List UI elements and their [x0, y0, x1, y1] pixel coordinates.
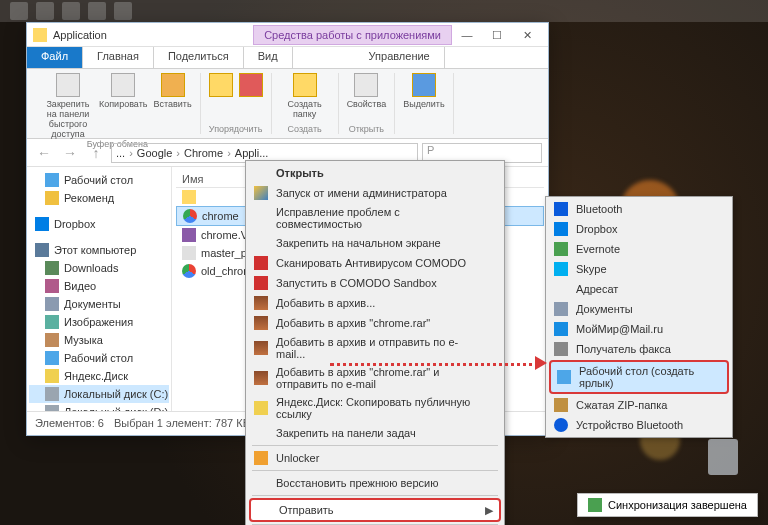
- pin-button[interactable]: Закрепить на панели быстрого доступа: [43, 73, 93, 139]
- ctx-runas[interactable]: Запуск от имени администратора: [248, 183, 502, 203]
- close-button[interactable]: ✕: [512, 25, 542, 45]
- unlocker-icon: [254, 451, 268, 465]
- sendto-documents[interactable]: Документы: [548, 299, 730, 319]
- evernote-notification[interactable]: Синхронизация завершена: [577, 493, 758, 517]
- rar-icon: [254, 296, 268, 310]
- ctx-sandbox[interactable]: Запустить в COMODO Sandbox: [248, 273, 502, 293]
- copy-button[interactable]: Копировать: [99, 73, 147, 139]
- chrome-icon: [183, 209, 197, 223]
- sidebar-yandex[interactable]: Яндекс.Диск: [29, 367, 169, 385]
- rar-icon: [254, 341, 268, 355]
- bluetooth-icon: [554, 202, 568, 216]
- dropbox-icon: [554, 222, 568, 236]
- recycle-bin-icon[interactable]: [708, 439, 738, 475]
- annotation-arrow-head: [535, 356, 547, 370]
- ctx-add-rar-email[interactable]: Добавить в архив "chrome.rar" и отправит…: [248, 363, 502, 393]
- sendto-addressee[interactable]: Адресат: [548, 279, 730, 299]
- properties-button[interactable]: Свойства: [347, 73, 387, 109]
- sendto-moimir[interactable]: МойМир@Mail.ru: [548, 319, 730, 339]
- shield-icon: [254, 186, 268, 200]
- sidebar-desktop[interactable]: Рабочий стол: [29, 171, 169, 189]
- chevron-right-icon: ▶: [485, 504, 493, 517]
- rar-icon: [254, 371, 268, 385]
- tab-file[interactable]: Файл: [27, 47, 83, 68]
- sendto-evernote[interactable]: Evernote: [548, 239, 730, 259]
- evernote-icon: [554, 242, 568, 256]
- delete-button[interactable]: [239, 73, 263, 97]
- sendto-skype[interactable]: Skype: [548, 259, 730, 279]
- ctx-pin-start[interactable]: Закрепить на начальном экране: [248, 233, 502, 253]
- sendto-bluetooth[interactable]: Bluetooth: [548, 199, 730, 219]
- ctx-add-rar[interactable]: Добавить в архив "chrome.rar": [248, 313, 502, 333]
- ctx-add-archive[interactable]: Добавить в архив...: [248, 293, 502, 313]
- taskbar-icon[interactable]: [62, 2, 80, 20]
- ctx-add-email[interactable]: Добавить в архив и отправить по e-mail..…: [248, 333, 502, 363]
- up-button[interactable]: ↑: [85, 142, 107, 164]
- ctx-send-to[interactable]: Отправить▶: [249, 498, 501, 522]
- minimize-button[interactable]: —: [452, 25, 482, 45]
- taskbar-icon[interactable]: [10, 2, 28, 20]
- select-button[interactable]: Выделить: [403, 73, 445, 109]
- new-folder-button[interactable]: Создать папку: [280, 73, 330, 119]
- move-button[interactable]: [209, 73, 233, 97]
- ctx-compat[interactable]: Исправление проблем с совместимостью: [248, 203, 502, 233]
- sidebar-documents[interactable]: Документы: [29, 295, 169, 313]
- annotation-arrow: [330, 363, 540, 366]
- sidebar-local-d[interactable]: Локальный диск (D:): [29, 403, 169, 411]
- taskbar-icon[interactable]: [88, 2, 106, 20]
- ctx-open[interactable]: Открыть: [248, 163, 502, 183]
- skype-icon: [554, 262, 568, 276]
- comodo-icon: [254, 256, 268, 270]
- evernote-icon: [588, 498, 602, 512]
- send-to-submenu: Bluetooth Dropbox Evernote Skype Адресат…: [545, 196, 733, 438]
- mail-icon: [554, 282, 568, 296]
- chrome-icon: [182, 264, 196, 278]
- sidebar-images[interactable]: Изображения: [29, 313, 169, 331]
- status-count: Элементов: 6: [35, 417, 104, 429]
- desktop-icon: [557, 370, 571, 384]
- back-button[interactable]: ←: [33, 142, 55, 164]
- context-tools-tab[interactable]: Средства работы с приложениями: [253, 25, 452, 45]
- sidebar-music[interactable]: Музыка: [29, 331, 169, 349]
- ctx-restore[interactable]: Восстановить прежнюю версию: [248, 473, 502, 493]
- tab-view[interactable]: Вид: [244, 47, 293, 68]
- tab-share[interactable]: Поделиться: [154, 47, 244, 68]
- paste-button[interactable]: Вставить: [153, 73, 191, 139]
- sendto-desktop[interactable]: Рабочий стол (создать ярлык): [549, 360, 729, 394]
- context-menu: Открыть Запуск от имени администратора И…: [245, 160, 505, 525]
- titlebar[interactable]: Application Средства работы с приложения…: [27, 23, 548, 47]
- sendto-fax[interactable]: Получатель факса: [548, 339, 730, 359]
- sidebar-this-pc[interactable]: Этот компьютер: [29, 241, 169, 259]
- tab-manage[interactable]: Управление: [355, 47, 445, 68]
- ctx-yandex[interactable]: Яндекс.Диск: Скопировать публичную ссылк…: [248, 393, 502, 423]
- sendto-zip[interactable]: Сжатая ZIP-папка: [548, 395, 730, 415]
- sendto-dropbox[interactable]: Dropbox: [548, 219, 730, 239]
- yandex-icon: [254, 401, 268, 415]
- fax-icon: [554, 342, 568, 356]
- ctx-pin-taskbar[interactable]: Закрепить на панели задач: [248, 423, 502, 443]
- documents-icon: [554, 302, 568, 316]
- ctx-unlocker[interactable]: Unlocker: [248, 448, 502, 468]
- taskbar-icon[interactable]: [114, 2, 132, 20]
- zip-icon: [554, 398, 568, 412]
- sidebar-downloads[interactable]: Downloads: [29, 259, 169, 277]
- bluetooth-icon: [554, 418, 568, 432]
- sidebar: Рабочий стол Рекоменд Dropbox Этот компь…: [27, 167, 172, 411]
- taskbar: [0, 0, 768, 22]
- folder-icon: [33, 28, 47, 42]
- maximize-button[interactable]: ☐: [482, 25, 512, 45]
- ctx-scan[interactable]: Сканировать Антивирусом COMODO: [248, 253, 502, 273]
- sidebar-dropbox[interactable]: Dropbox: [29, 215, 169, 233]
- tab-home[interactable]: Главная: [83, 47, 154, 68]
- ribbon-tabs: Файл Главная Поделиться Вид Управление: [27, 47, 548, 69]
- mailru-icon: [554, 322, 568, 336]
- sendto-bt-device[interactable]: Устройство Bluetooth: [548, 415, 730, 435]
- ribbon: Закрепить на панели быстрого доступа Коп…: [27, 69, 548, 139]
- forward-button[interactable]: →: [59, 142, 81, 164]
- sidebar-recommend[interactable]: Рекоменд: [29, 189, 169, 207]
- sidebar-desktop-2[interactable]: Рабочий стол: [29, 349, 169, 367]
- taskbar-icon[interactable]: [36, 2, 54, 20]
- sidebar-local-c[interactable]: Локальный диск (C:): [29, 385, 169, 403]
- sidebar-video[interactable]: Видео: [29, 277, 169, 295]
- status-selection: Выбран 1 элемент: 787 КБ: [114, 417, 250, 429]
